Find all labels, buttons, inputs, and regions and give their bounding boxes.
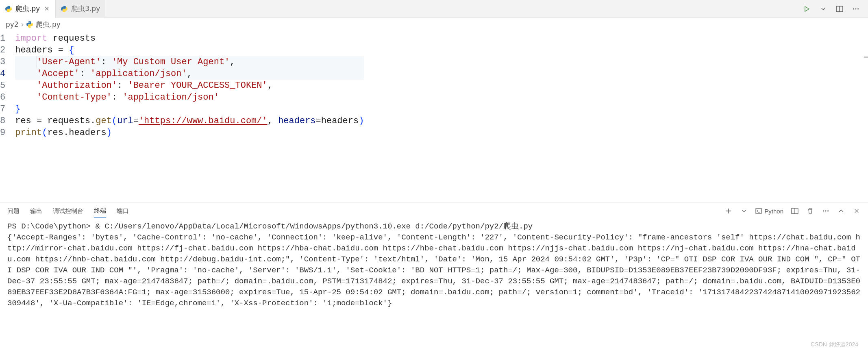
paren: ) xyxy=(359,116,364,126)
svg-point-2 xyxy=(853,8,854,9)
code-editor[interactable]: 1234 56789 import requests headers = { '… xyxy=(0,31,868,202)
comma: , xyxy=(268,116,278,126)
paren: ) xyxy=(107,128,112,138)
python-file-icon xyxy=(26,21,33,28)
param: headers xyxy=(278,116,315,126)
colon: : xyxy=(112,92,122,102)
terminal-prompt: PS D:\Code\python> xyxy=(7,222,96,231)
new-terminal-icon[interactable] xyxy=(724,207,733,215)
panel-tabs: 问题 输出 调试控制台 终端 端口 Python xyxy=(0,202,868,220)
equals: = xyxy=(133,116,139,126)
split-editor-icon[interactable] xyxy=(835,5,844,13)
dot: . xyxy=(90,116,96,126)
chevron-up-icon[interactable] xyxy=(837,207,845,215)
panel-tab-output[interactable]: 输出 xyxy=(30,205,42,217)
tab-active[interactable]: 爬虫.py ✕ xyxy=(0,0,56,18)
dot: . xyxy=(63,128,69,138)
breadcrumb-folder[interactable]: py2 xyxy=(6,20,19,28)
terminal-stdout: {'Accept-Ranges': 'bytes', 'Cache-Contro… xyxy=(7,233,860,308)
dict-value: 'application/json' xyxy=(90,69,187,79)
panel-tab-problems[interactable]: 问题 xyxy=(7,205,20,217)
svg-point-4 xyxy=(857,8,859,9)
breadcrumb-file[interactable]: 爬虫.py xyxy=(36,20,60,29)
terminal-profile-label: Python xyxy=(764,208,783,215)
more-icon[interactable] xyxy=(852,5,860,13)
svg-point-10 xyxy=(827,211,829,212)
terminal-profile[interactable]: Python xyxy=(755,208,783,215)
dict-value: 'Bearer YOUR_ACCESS_TOKEN' xyxy=(128,80,267,91)
operator: = xyxy=(58,45,69,55)
equals: = xyxy=(316,116,321,126)
breadcrumb[interactable]: py2 › 爬虫.py xyxy=(0,18,868,31)
trash-icon[interactable] xyxy=(806,207,814,215)
chevron-right-icon: › xyxy=(21,20,24,28)
url-string: 'https://www.baidu.com/' xyxy=(139,116,268,126)
keyword-import: import xyxy=(15,33,47,43)
dict-key: 'User-Agent' xyxy=(37,57,101,67)
colon: : xyxy=(117,80,128,91)
tab-bar: 爬虫.py ✕ 爬虫3.py xyxy=(0,0,868,18)
paren: ( xyxy=(112,116,117,126)
colon: : xyxy=(80,69,90,79)
panel-actions: Python xyxy=(724,207,861,215)
panel-tab-debug[interactable]: 调试控制台 xyxy=(53,205,83,217)
split-terminal-icon[interactable] xyxy=(791,207,799,215)
editor-actions xyxy=(803,5,868,13)
svg-point-3 xyxy=(855,8,857,9)
comma: , xyxy=(230,57,235,67)
paren: ( xyxy=(42,128,47,138)
close-panel-icon[interactable] xyxy=(853,207,861,215)
param: url xyxy=(117,116,133,126)
comma: , xyxy=(268,80,273,91)
line-numbers: 1234 56789 xyxy=(0,31,15,140)
operator: = xyxy=(37,116,47,126)
python-file-icon xyxy=(5,5,12,13)
terminal-command: & C:/Users/lenovo/AppData/Local/Microsof… xyxy=(96,222,533,231)
close-icon[interactable]: ✕ xyxy=(43,5,50,13)
chevron-down-icon[interactable] xyxy=(819,5,827,13)
run-icon[interactable] xyxy=(803,5,811,13)
overview-ruler-mark xyxy=(864,57,868,58)
builtin-func: print xyxy=(15,128,42,138)
svg-point-9 xyxy=(825,211,827,212)
python-file-icon xyxy=(61,5,68,13)
brace: } xyxy=(15,104,20,114)
attribute: headers xyxy=(69,128,106,138)
method: get xyxy=(96,116,112,126)
dict-value: 'application/json' xyxy=(122,92,219,102)
tab-label: 爬虫3.py xyxy=(71,4,100,13)
code-content[interactable]: import requests headers = { 'User-Agent'… xyxy=(15,31,364,140)
colon: : xyxy=(101,57,111,67)
module-name: requests xyxy=(53,33,96,43)
terminal-output[interactable]: PS D:\Code\python> & C:/Users/lenovo/App… xyxy=(0,220,868,350)
object: res xyxy=(47,128,63,138)
svg-point-8 xyxy=(823,211,824,212)
argument: headers xyxy=(321,116,359,126)
panel-tab-terminal[interactable]: 终端 xyxy=(94,204,106,217)
dict-key: 'Content-Type' xyxy=(37,92,112,102)
dict-key: 'Accept' xyxy=(37,69,80,79)
identifier: headers xyxy=(15,45,58,55)
svg-rect-5 xyxy=(756,209,761,213)
dict-key: 'Authorization' xyxy=(37,80,117,91)
tab-label: 爬虫.py xyxy=(15,4,40,13)
panel-tab-ports[interactable]: 端口 xyxy=(117,205,129,217)
brace: { xyxy=(69,45,74,55)
dict-value: 'My Custom User Agent' xyxy=(112,57,230,67)
more-icon[interactable] xyxy=(822,207,830,215)
bottom-panel: 问题 输出 调试控制台 终端 端口 Python PS D:\Code\pyth… xyxy=(0,202,868,350)
comma: , xyxy=(187,69,192,79)
identifier: res xyxy=(15,116,37,126)
chevron-down-icon[interactable] xyxy=(740,207,748,215)
tab-inactive[interactable]: 爬虫3.py xyxy=(56,0,105,18)
object: requests xyxy=(47,116,90,126)
